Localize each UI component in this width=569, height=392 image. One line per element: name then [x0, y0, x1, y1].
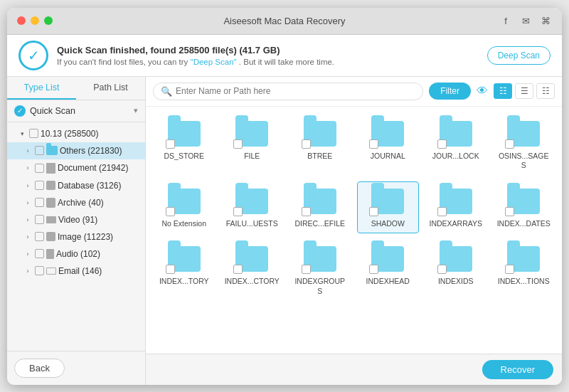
tree-item-image[interactable]: › Image (11223) [7, 228, 145, 245]
file-item[interactable]: INDEX...TORY [153, 239, 216, 301]
tree-checkbox[interactable] [35, 266, 44, 275]
facebook-icon[interactable]: f [499, 14, 512, 27]
tree-label: Image (11223) [58, 232, 141, 242]
tree-item-root[interactable]: ▾ 10.13 (258500) [7, 125, 145, 142]
file-checkbox[interactable] [505, 207, 514, 216]
file-icon-wrapper [166, 244, 203, 274]
tree-item-audio[interactable]: › Audio (102) [7, 245, 145, 263]
content-toolbar: 🔍 Filter 👁 ☷ ☰ ☷ [146, 77, 562, 107]
file-checkbox[interactable] [233, 139, 243, 149]
file-checkbox[interactable] [166, 265, 175, 274]
back-button[interactable]: Back [14, 359, 65, 378]
file-label: SHADOW [371, 219, 405, 229]
minimize-button[interactable] [31, 16, 39, 25]
tree-checkbox[interactable] [35, 146, 44, 155]
list-view-button[interactable]: ☰ [515, 83, 533, 99]
scan-result-text: Quick Scan finished, found 258500 file(s… [57, 45, 334, 55]
tree-label: Others (221830) [60, 146, 141, 156]
tree-checkbox[interactable] [35, 164, 44, 173]
expander-icon: › [23, 181, 33, 191]
file-label: DS_STORE [164, 152, 204, 161]
file-icon-wrapper [505, 186, 542, 216]
file-checkbox[interactable] [437, 265, 447, 274]
file-checkbox[interactable] [166, 139, 175, 149]
file-item[interactable]: DIREC...EFILE [289, 181, 351, 234]
file-item[interactable]: INDEXHEAD [357, 239, 420, 301]
file-checkbox[interactable] [505, 139, 514, 149]
grid-view-button[interactable]: ☷ [494, 83, 512, 99]
tree-item-document[interactable]: › Document (21942) [7, 159, 145, 177]
file-checkbox[interactable] [437, 207, 447, 216]
maximize-button[interactable] [44, 16, 53, 25]
file-item[interactable]: No Extension [153, 181, 216, 234]
tree-checkbox[interactable] [35, 232, 44, 241]
tab-path-list[interactable]: Path List [76, 77, 145, 100]
tree-item-database[interactable]: › Database (3126) [7, 177, 145, 194]
file-item[interactable]: JOURNAL [357, 114, 420, 176]
image-icon [46, 232, 55, 241]
file-checkbox[interactable] [505, 265, 514, 274]
eye-icon[interactable]: 👁 [477, 85, 488, 97]
message-icon[interactable]: ✉ [519, 14, 532, 27]
file-label: INDEX...CTORY [225, 277, 280, 287]
file-label: JOUR...LOCK [432, 152, 479, 161]
file-item[interactable]: INDEXARRAYS [425, 181, 487, 234]
file-checkbox[interactable] [302, 265, 311, 274]
file-checkbox[interactable] [369, 265, 378, 274]
document-icon [46, 163, 55, 174]
tree-checkbox[interactable] [35, 215, 44, 224]
file-item[interactable]: INDEX...DATES [493, 181, 555, 234]
file-icon-wrapper [505, 119, 542, 149]
deep-scan-link[interactable]: "Deep Scan" [191, 58, 237, 66]
detail-view-button[interactable]: ☷ [536, 83, 555, 99]
file-item[interactable]: INDEXGROUPS [289, 239, 351, 301]
video-icon [46, 216, 56, 223]
file-checkbox[interactable] [233, 207, 243, 216]
file-label: FAILU...UESTS [226, 219, 278, 229]
file-label: INDEXIDS [438, 277, 474, 287]
tree-item-others[interactable]: › Others (221830) [7, 142, 145, 159]
chevron-down-icon[interactable]: ▾ [134, 106, 138, 115]
tree-item-archive[interactable]: › Archive (40) [7, 194, 145, 211]
file-item[interactable]: INDEX...CTORY [221, 239, 284, 301]
tab-type-list[interactable]: Type List [7, 77, 76, 100]
file-checkbox[interactable] [369, 139, 378, 149]
grid-icon[interactable]: ⌘ [539, 14, 552, 27]
file-checkbox[interactable] [302, 207, 311, 216]
close-button[interactable] [17, 16, 26, 25]
file-icon-wrapper [302, 244, 339, 274]
file-item[interactable]: BTREE [289, 114, 351, 176]
file-label: JOURNAL [371, 152, 405, 161]
file-item[interactable]: SHADOW [357, 181, 420, 234]
filter-button[interactable]: Filter [429, 83, 471, 100]
info-bar: ✓ Quick Scan finished, found 258500 file… [7, 35, 562, 77]
tree-checkbox[interactable] [35, 198, 44, 207]
recover-button[interactable]: Recover [482, 360, 553, 379]
file-item[interactable]: DS_STORE [153, 114, 216, 176]
file-label: INDEX...TIONS [498, 277, 550, 287]
tree-item-video[interactable]: › Video (91) [7, 211, 145, 228]
file-label: BTREE [307, 152, 332, 161]
traffic-lights [17, 16, 53, 25]
file-checkbox[interactable] [302, 139, 311, 149]
file-item[interactable]: JOUR...LOCK [425, 114, 487, 176]
file-checkbox[interactable] [166, 207, 175, 216]
content-area: 🔍 Filter 👁 ☷ ☰ ☷ DS_STOREFILEBTREEJOURNA… [146, 77, 562, 385]
database-icon [46, 181, 55, 190]
tree-checkbox[interactable] [35, 181, 44, 190]
file-item[interactable]: FILE [221, 114, 284, 176]
file-item[interactable]: INDEXIDS [425, 239, 487, 301]
file-checkbox[interactable] [437, 139, 447, 149]
tree-checkbox[interactable] [29, 129, 38, 138]
scan-label: ✓ Quick Scan [14, 105, 75, 117]
file-checkbox[interactable] [233, 265, 243, 274]
file-item[interactable]: INDEX...TIONS [493, 239, 555, 301]
file-item[interactable]: FAILU...UESTS [221, 181, 284, 234]
search-input[interactable] [176, 86, 415, 96]
tree-label: Audio (102) [56, 249, 141, 259]
deep-scan-button[interactable]: Deep Scan [487, 46, 551, 65]
file-checkbox[interactable] [369, 207, 378, 216]
tree-checkbox[interactable] [35, 249, 44, 258]
tree-item-email[interactable]: › Email (146) [7, 263, 145, 280]
file-item[interactable]: OSINS...SAGES [493, 114, 555, 176]
